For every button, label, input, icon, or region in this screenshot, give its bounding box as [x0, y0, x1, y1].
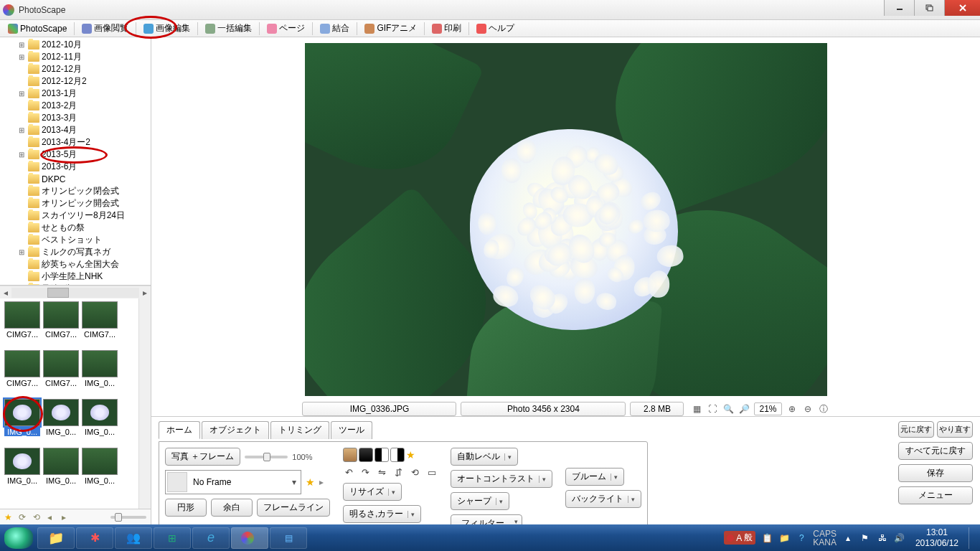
- thumbnail-item[interactable]: CIMG7...: [4, 350, 40, 396]
- swatch-bw[interactable]: [374, 448, 389, 462]
- tree-item[interactable]: ベストショット: [0, 234, 151, 246]
- expand-icon[interactable]: ⊞: [17, 248, 26, 256]
- scroll-right-button[interactable]: ▸: [139, 288, 151, 298]
- backlight-button[interactable]: バックライト▾: [565, 490, 641, 508]
- toolbar-画像編集[interactable]: 画像編集: [138, 20, 195, 37]
- brightness-color-button[interactable]: 明るさ,カラー▾: [343, 505, 421, 523]
- tree-item[interactable]: オリンピック閉会式: [0, 185, 151, 197]
- expand-icon[interactable]: ⊞: [17, 126, 26, 134]
- task-app-2[interactable]: ▤: [270, 527, 307, 549]
- thumb-size-slider[interactable]: [110, 516, 146, 519]
- tree-item[interactable]: 2012-12月2: [0, 75, 151, 88]
- tray-help-icon[interactable]: ?: [796, 532, 807, 544]
- toolbar-印刷[interactable]: 印刷: [427, 20, 466, 37]
- tab-オブジェクト[interactable]: オブジェクト: [202, 421, 269, 439]
- thumbnail-item[interactable]: CIMG7...: [82, 301, 118, 347]
- toolbar-GIFアニメ[interactable]: GIFアニメ: [359, 20, 422, 37]
- thumbnail-item[interactable]: IMG_0...: [82, 448, 118, 494]
- tree-item[interactable]: ⊞2013-5月: [0, 149, 151, 161]
- zoom-fit-icon[interactable]: 🔎: [738, 403, 750, 415]
- thumbnail-item[interactable]: CIMG7...: [4, 301, 40, 347]
- thumbnail-item[interactable]: IMG_0...: [43, 399, 79, 445]
- thumbnail-item[interactable]: IMG_0...: [4, 448, 40, 494]
- task-ie[interactable]: e: [192, 527, 230, 549]
- swatch-neg[interactable]: [390, 448, 405, 462]
- tree-item[interactable]: ⊞ミルクの写真ネガ: [0, 246, 151, 258]
- tree-item[interactable]: DKPC: [0, 173, 151, 185]
- checker-icon[interactable]: ▦: [691, 403, 702, 415]
- close-button[interactable]: [944, 0, 980, 16]
- frame-opacity-slider[interactable]: [245, 456, 288, 458]
- show-desktop-button[interactable]: [969, 527, 976, 549]
- refresh-icon[interactable]: ⟳: [19, 512, 29, 522]
- swatch-favorite-icon[interactable]: ★: [406, 449, 415, 461]
- bloom-button[interactable]: ブルーム▾: [565, 468, 624, 486]
- tray-flag-icon[interactable]: ⚑: [859, 532, 871, 544]
- frame-favorite-icon[interactable]: ★: [306, 476, 315, 488]
- thumbnail-vscroll[interactable]: [138, 298, 151, 509]
- tree-item[interactable]: 紗英ちゃん全国大会: [0, 258, 151, 270]
- tray-icon-2[interactable]: 📁: [778, 532, 790, 544]
- swatch-sepia[interactable]: [343, 448, 357, 462]
- thumbnail-grid[interactable]: CIMG7...CIMG7...CIMG7...CIMG7...CIMG7...…: [0, 298, 151, 509]
- menu-button[interactable]: メニュー: [898, 486, 973, 504]
- task-excel[interactable]: ⊞: [154, 527, 191, 549]
- rotate-ccw-icon[interactable]: ↶: [343, 466, 355, 479]
- tree-item[interactable]: ⊞2013-1月: [0, 88, 151, 100]
- tree-item[interactable]: ⊞2012-11月: [0, 51, 151, 63]
- toolbar-PhotoScape[interactable]: PhotoScape: [3, 22, 72, 36]
- photo-frame-button[interactable]: 写真 ＋フレーム: [165, 448, 240, 466]
- tree-item[interactable]: オリンピック開会式: [0, 197, 151, 209]
- tree-item[interactable]: 小学生陸上NHK: [0, 270, 151, 283]
- free-rotate-icon[interactable]: ⟲: [409, 466, 421, 479]
- frame-next-icon[interactable]: ▸: [319, 477, 324, 487]
- tree-item[interactable]: スカイツリー8月24日: [0, 209, 151, 222]
- redo-button[interactable]: やり直す: [937, 421, 973, 438]
- toolbar-画像閲覧[interactable]: 画像閲覧: [77, 20, 133, 37]
- straighten-icon[interactable]: ▭: [425, 466, 438, 479]
- tab-トリミング[interactable]: トリミング: [270, 421, 329, 439]
- frame-line-button[interactable]: フレームライン: [257, 499, 330, 517]
- fit-icon[interactable]: ⛶: [707, 403, 718, 415]
- tree-item[interactable]: 2013-3月: [0, 112, 151, 124]
- toolbar-ページ[interactable]: ページ: [262, 20, 310, 37]
- next-icon[interactable]: ▸: [62, 512, 72, 522]
- prev-icon[interactable]: ◂: [47, 512, 57, 522]
- frame-select[interactable]: No Frame ▾: [165, 470, 301, 494]
- tree-item[interactable]: ⊞2012-10月: [0, 39, 151, 51]
- undo-all-button[interactable]: すべて元に戻す: [898, 442, 973, 460]
- save-button[interactable]: 保存: [898, 464, 973, 482]
- thumbnail-item[interactable]: CIMG7...: [43, 350, 79, 396]
- tree-hscroll[interactable]: ◂ ▸: [0, 286, 151, 298]
- toolbar-ヘルプ[interactable]: ヘルプ: [471, 20, 519, 37]
- taskbar-clock[interactable]: 13:01 2013/06/12: [915, 527, 958, 548]
- thumbnail-item[interactable]: IMG_0...: [82, 399, 118, 445]
- auto-level-button[interactable]: 自動レベル▾: [451, 448, 518, 466]
- scroll-left-button[interactable]: ◂: [0, 288, 11, 298]
- thumbnail-item[interactable]: CIMG7...: [43, 301, 79, 347]
- tree-item[interactable]: せともの祭: [0, 222, 151, 234]
- sharpen-button[interactable]: シャープ▾: [451, 492, 509, 510]
- thumbnail-item[interactable]: IMG_0...: [4, 399, 40, 445]
- zoom-out-icon[interactable]: ⊖: [802, 403, 814, 415]
- ime-indicator[interactable]: A 般: [724, 531, 755, 545]
- shape-circle-button[interactable]: 円形: [165, 499, 207, 517]
- tray-icon-1[interactable]: 📋: [761, 532, 773, 544]
- tray-chevron-icon[interactable]: ▴: [842, 532, 854, 544]
- margin-button[interactable]: 余白: [211, 499, 253, 517]
- image-preview-area[interactable]: [151, 37, 980, 402]
- flip-v-icon[interactable]: ⇵: [392, 466, 405, 479]
- tree-item[interactable]: 2012-12月: [0, 63, 151, 75]
- expand-icon[interactable]: ⊞: [17, 53, 26, 61]
- task-photoscape[interactable]: [231, 527, 268, 549]
- tray-volume-icon[interactable]: 🔊: [894, 532, 905, 544]
- scroll-thumb[interactable]: [47, 288, 69, 298]
- thumbnail-item[interactable]: IMG_0...: [43, 448, 79, 494]
- expand-icon[interactable]: ⊞: [17, 41, 26, 49]
- swatch-black[interactable]: [359, 448, 373, 462]
- task-messenger[interactable]: 👥: [115, 527, 152, 549]
- rotate-cw-icon[interactable]: ↷: [359, 466, 372, 479]
- rotate-icon[interactable]: ⟲: [33, 512, 43, 522]
- maximize-button[interactable]: [914, 0, 944, 16]
- favorite-icon[interactable]: ★: [4, 512, 14, 522]
